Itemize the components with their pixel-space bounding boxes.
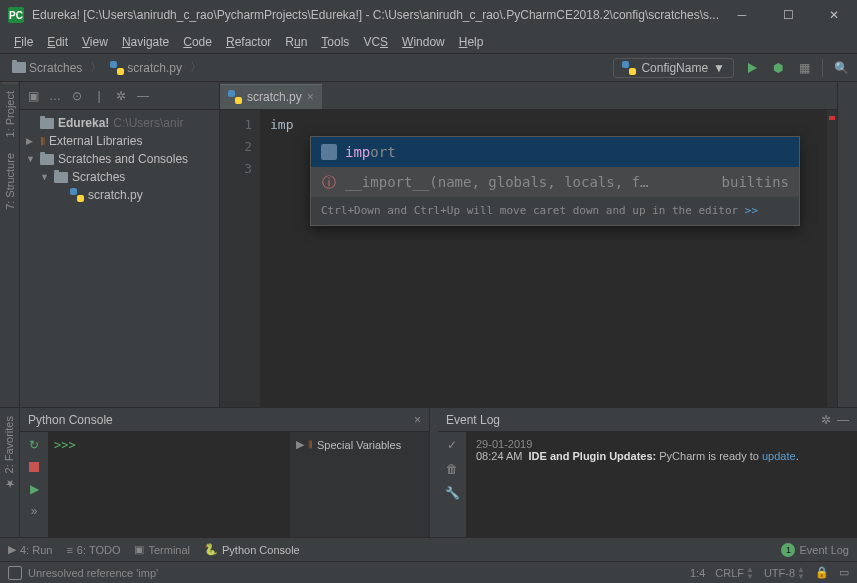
python-icon xyxy=(110,61,124,75)
sidebar-tab-project[interactable]: 1: Project xyxy=(2,82,18,145)
minimize-button[interactable]: ─ xyxy=(719,0,765,30)
hide-icon[interactable]: — xyxy=(136,89,150,103)
menu-vcs[interactable]: VCS xyxy=(357,33,394,51)
right-sidebar xyxy=(837,82,857,407)
mark-read-icon[interactable]: ✓ xyxy=(447,438,457,452)
menu-tools[interactable]: Tools xyxy=(315,33,355,51)
eventlog-title: Event Log xyxy=(446,413,821,427)
inspector-icon[interactable]: ▭ xyxy=(839,566,849,579)
chevron-down-icon: ▼ xyxy=(713,61,725,75)
run-settings-button[interactable]: ▦ xyxy=(796,60,812,76)
bottom-terminal[interactable]: ▣ Terminal xyxy=(134,543,190,556)
menu-view[interactable]: View xyxy=(76,33,114,51)
main-toolbar: Scratches 〉 scratch.py 〉 ConfigName ▼ ⬢ … xyxy=(0,54,857,82)
menu-refactor[interactable]: Refactor xyxy=(220,33,277,51)
lock-icon[interactable]: 🔒 xyxy=(815,566,829,579)
maximize-button[interactable]: ☐ xyxy=(765,0,811,30)
breadcrumb-file[interactable]: scratch.py xyxy=(106,59,186,77)
menu-edit[interactable]: Edit xyxy=(41,33,74,51)
chevron-right-icon: 〉 xyxy=(190,59,202,76)
statusbar: Unresolved reference 'imp' 1:4 CRLF▲▼ UT… xyxy=(0,561,857,583)
cursor-position[interactable]: 1:4 xyxy=(690,567,705,579)
libraries-icon: ⫴ xyxy=(40,134,45,148)
line-separator[interactable]: CRLF▲▼ xyxy=(715,566,754,580)
python-icon xyxy=(228,90,242,104)
python-console-panel: Python Console × ↻ ▶ » >>> ▶ ⫴ Special V… xyxy=(20,408,430,537)
status-icon[interactable] xyxy=(8,566,22,580)
menu-window[interactable]: Window xyxy=(396,33,451,51)
event-content: 29-01-2019 08:24 AM IDE and Plugin Updat… xyxy=(466,432,857,537)
project-view-icon[interactable]: ▣ xyxy=(26,89,40,103)
event-date: 29-01-2019 xyxy=(476,438,847,450)
editor-tab-scratch[interactable]: scratch.py × xyxy=(220,84,322,109)
console-tools: ↻ ▶ » xyxy=(20,432,48,537)
python-icon xyxy=(70,188,84,202)
bottom-toolbar: ▶ 4: Run ≡ 6: TODO ▣ Terminal 🐍 Python C… xyxy=(0,537,857,561)
trash-icon[interactable]: 🗑 xyxy=(446,462,458,476)
gear-icon[interactable]: ✲ xyxy=(821,413,831,427)
collapse-icon[interactable]: ⊙ xyxy=(70,89,84,103)
menu-code[interactable]: Code xyxy=(177,33,218,51)
menu-file[interactable]: File xyxy=(8,33,39,51)
close-button[interactable]: ✕ xyxy=(811,0,857,30)
completion-hint: Ctrl+Down and Ctrl+Up will move caret do… xyxy=(311,197,799,225)
project-toolbar: ▣ … ⊙ | ✲ — xyxy=(20,82,219,110)
sidebar-tab-structure[interactable]: 7: Structure xyxy=(2,145,18,218)
menu-navigate[interactable]: Navigate xyxy=(116,33,175,51)
gutter: 1 2 3 xyxy=(220,110,260,407)
app-icon: PC xyxy=(8,7,24,23)
variables-panel: ▶ ⫴ Special Variables xyxy=(289,432,429,537)
tree-external-libs[interactable]: ▶ ⫴ External Libraries xyxy=(20,132,219,150)
breadcrumb-folder[interactable]: Scratches xyxy=(8,59,86,77)
console-title: Python Console xyxy=(28,413,410,427)
editor-tabs: scratch.py × xyxy=(220,82,837,110)
console-output[interactable]: >>> xyxy=(48,432,289,537)
file-encoding[interactable]: UTF-8▲▼ xyxy=(764,566,805,580)
completion-item-import[interactable]: import xyxy=(311,137,799,167)
tree-root[interactable]: Edureka! C:\Users\anir xyxy=(20,114,219,132)
chevron-down-icon: ▼ xyxy=(26,154,36,164)
bottom-event-log[interactable]: 1 Event Log xyxy=(781,543,849,557)
update-link[interactable]: update xyxy=(762,450,796,462)
menu-run[interactable]: Run xyxy=(279,33,313,51)
completion-popup: import ⓘ __import__(name, globals, local… xyxy=(310,136,800,226)
run-button[interactable] xyxy=(744,60,760,76)
close-icon[interactable]: × xyxy=(414,413,421,427)
chevron-right-icon: 〉 xyxy=(90,59,102,76)
status-message: Unresolved reference 'imp' xyxy=(28,567,158,579)
close-icon[interactable]: × xyxy=(307,90,314,104)
error-marker[interactable] xyxy=(829,116,835,120)
error-stripe[interactable] xyxy=(827,110,837,407)
search-button[interactable]: 🔍 xyxy=(833,60,849,76)
menu-help[interactable]: Help xyxy=(453,33,490,51)
editor-body[interactable]: 1 2 3 imp import ⓘ __import__(name, glob… xyxy=(220,110,837,407)
event-log-panel: Event Log ✲ — ✓ 🗑 🔧 29-01-2019 08:24 AM … xyxy=(438,408,857,537)
chevron-right-icon: ▶ xyxy=(26,136,36,146)
rerun-button[interactable]: ↻ xyxy=(27,438,41,452)
hint-link[interactable]: >> xyxy=(745,204,758,217)
debug-button[interactable]: ⬢ xyxy=(770,60,786,76)
gear-icon[interactable]: ✲ xyxy=(114,89,128,103)
bottom-todo[interactable]: ≡ 6: TODO xyxy=(66,544,120,556)
completion-item-builtin-import[interactable]: ⓘ __import__(name, globals, locals, f… b… xyxy=(311,167,799,197)
folder-icon xyxy=(40,154,54,165)
code-area[interactable]: imp import ⓘ __import__(name, globals, l… xyxy=(260,110,837,407)
panel-splitter[interactable] xyxy=(430,408,438,537)
hide-icon[interactable]: — xyxy=(837,413,849,427)
window-title: Edureka! [C:\Users\anirudh_c_rao\Pycharm… xyxy=(32,8,719,22)
bottom-python-console[interactable]: 🐍 Python Console xyxy=(204,543,300,556)
project-more-icon[interactable]: … xyxy=(48,89,62,103)
execute-button[interactable]: ▶ xyxy=(27,482,41,496)
editor-area: scratch.py × 1 2 3 imp import ⓘ xyxy=(220,82,837,407)
tree-scratches[interactable]: ▼ Scratches xyxy=(20,168,219,186)
bottom-run[interactable]: ▶ 4: Run xyxy=(8,543,52,556)
stop-button[interactable] xyxy=(27,460,41,474)
tree-scratches-consoles[interactable]: ▼ Scratches and Consoles xyxy=(20,150,219,168)
sidebar-tab-favorites[interactable]: ★ 2: Favorites xyxy=(0,408,17,498)
run-config-dropdown[interactable]: ConfigName ▼ xyxy=(613,58,734,78)
settings-icon[interactable]: 🔧 xyxy=(445,486,460,500)
tree-scratch-file[interactable]: scratch.py xyxy=(20,186,219,204)
special-variables[interactable]: ▶ ⫴ Special Variables xyxy=(290,432,429,457)
python-icon xyxy=(622,61,636,75)
more-button[interactable]: » xyxy=(27,504,41,518)
